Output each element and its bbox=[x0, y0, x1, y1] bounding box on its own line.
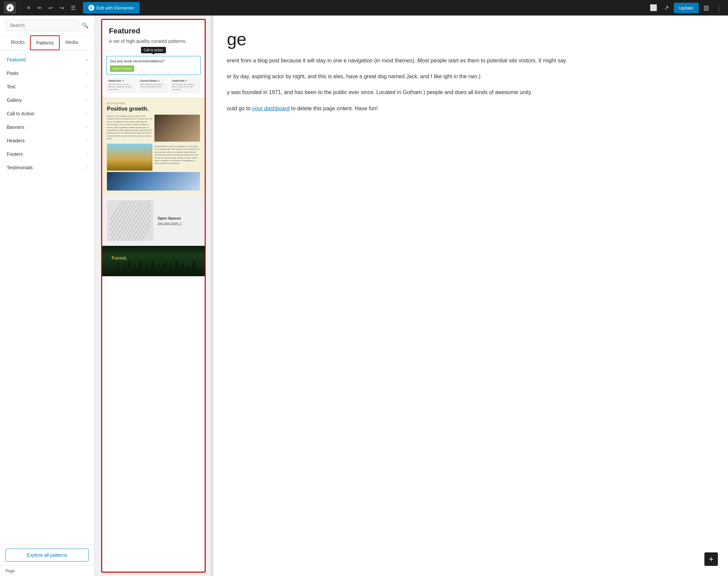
forest-text: Forest. bbox=[112, 255, 195, 261]
sidebar-item-featured[interactable]: Featured › bbox=[0, 53, 94, 66]
sidebar-item-banners[interactable]: Banners › bbox=[0, 120, 94, 134]
toolbar-separator bbox=[20, 4, 21, 12]
content-para4: ould go to your dashboard to delete this… bbox=[227, 104, 715, 113]
pattern-growth: ECOSYSTEM Positive growth. Nature, in th… bbox=[102, 97, 205, 195]
sidebar-item-gallery[interactable]: Gallery › bbox=[0, 93, 94, 107]
chevron-right-icon: › bbox=[86, 57, 87, 62]
pattern-item-growth[interactable]: ECOSYSTEM Positive growth. Nature, in th… bbox=[102, 97, 205, 196]
edit-elementor-button[interactable]: E Edit with Elementor bbox=[83, 2, 140, 13]
explore-all-patterns-button[interactable]: Explore all patterns bbox=[5, 549, 89, 561]
more-icon: ⋮ bbox=[716, 4, 722, 11]
tab-patterns[interactable]: Patterns bbox=[30, 35, 60, 50]
sidebar-item-call-to-action[interactable]: Call to Action › bbox=[0, 107, 94, 120]
explore-btn-container: Explore all patterns bbox=[0, 544, 94, 566]
content-para4-suffix: to delete this page ontent. Have fun! bbox=[290, 106, 378, 111]
page-title: ge bbox=[227, 29, 715, 49]
sidebar-icon: ▥ bbox=[703, 4, 709, 11]
list-icon: ☰ bbox=[71, 5, 76, 11]
chevron-right-icon: › bbox=[86, 111, 87, 116]
sidebar-item-label: Headers bbox=[7, 138, 25, 143]
openspaces-visual bbox=[107, 200, 153, 241]
pen-icon: ✏ bbox=[37, 5, 42, 11]
col-card-3: Useful Info ↗ Get to know our opening ti… bbox=[170, 78, 201, 93]
col2-text: Stay updated and see our current exhibit… bbox=[140, 83, 167, 89]
patterns-panel-title: Featured bbox=[109, 27, 198, 35]
external-link-icon: ↗ bbox=[664, 4, 669, 11]
pattern-forest: Forest. bbox=[102, 246, 205, 276]
drag-handle[interactable] bbox=[211, 16, 213, 576]
content-para1: erent from a blog post because it will s… bbox=[227, 56, 715, 65]
content-area: Featured A set of high quality curated p… bbox=[94, 16, 728, 576]
close-button[interactable]: ✕ bbox=[25, 3, 33, 12]
add-block-button[interactable]: + bbox=[704, 552, 718, 566]
sidebar-item-footers[interactable]: Footers › bbox=[0, 147, 94, 161]
cta-get-in-touch-button[interactable]: Get in Touch bbox=[110, 65, 134, 72]
tab-media[interactable]: Media bbox=[60, 35, 83, 50]
search-input[interactable] bbox=[5, 20, 79, 31]
chevron-right-icon: › bbox=[86, 138, 87, 143]
sidebar-item-label: Text bbox=[7, 84, 16, 89]
three-cols: Virtual Tour ↗ Get a virtual tour of the… bbox=[106, 78, 201, 93]
external-link-button[interactable]: ↗ bbox=[662, 2, 671, 13]
desktop-view-button[interactable]: ⬜ bbox=[648, 2, 659, 13]
cta-question: Got any book recommendations? bbox=[110, 59, 197, 63]
close-icon: ✕ bbox=[27, 5, 31, 10]
sidebar-item-posts[interactable]: Posts › bbox=[0, 66, 94, 80]
chevron-right-icon: › bbox=[86, 98, 87, 103]
edit-pen-button[interactable]: ✏ bbox=[35, 3, 44, 13]
growth-label: ECOSYSTEM bbox=[107, 102, 200, 105]
sidebar-item-label: Call to Action bbox=[7, 111, 34, 116]
sidebar-item-label: Featured bbox=[7, 57, 26, 62]
growth-image-windmill bbox=[107, 144, 152, 171]
col3-title: Useful Info ↗ bbox=[172, 80, 199, 82]
sidebar-toggle-button[interactable]: ▥ bbox=[701, 2, 711, 13]
undo-button[interactable]: ↩ bbox=[47, 3, 55, 13]
content-para4-prefix: ould go to bbox=[227, 106, 252, 111]
sidebar-item-label: Footers bbox=[7, 151, 23, 157]
cta-box: Call to action Got any book recommendati… bbox=[106, 56, 201, 75]
content-para3: y was founded in 1971, and has been to t… bbox=[227, 88, 715, 97]
content-para2: er by day, aspiring actor by night, and … bbox=[227, 72, 715, 81]
chevron-right-icon: › bbox=[86, 84, 87, 89]
openspaces-lines-svg bbox=[110, 200, 150, 241]
sidebar: 🔍 Blocks Patterns Media Featured › Posts… bbox=[0, 16, 94, 576]
pattern-item-openspaces[interactable]: Open Spaces See case study ↗ bbox=[102, 196, 205, 246]
chevron-right-icon: › bbox=[86, 71, 87, 76]
dashboard-link[interactable]: your dashboard bbox=[252, 106, 290, 111]
openspaces-title: Open Spaces bbox=[157, 216, 200, 220]
sidebar-item-label: Posts bbox=[7, 70, 19, 76]
growth-body: Nature, in the broadest sense, refers to… bbox=[107, 115, 152, 140]
col-card-1: Virtual Tour ↗ Get a virtual tour of the… bbox=[106, 78, 137, 93]
search-icon: 🔍 bbox=[82, 23, 89, 28]
elementor-icon: E bbox=[88, 5, 94, 11]
forest-overlay: Forest. bbox=[107, 251, 200, 265]
growth-text-right: Undoubtedly we have no questions to ask … bbox=[154, 145, 200, 165]
tab-blocks[interactable]: Blocks bbox=[5, 35, 30, 50]
pattern-item-cta[interactable]: Call to action Got any book recommendati… bbox=[102, 52, 205, 97]
main-layout: 🔍 Blocks Patterns Media Featured › Posts… bbox=[0, 16, 728, 576]
chevron-right-icon: › bbox=[86, 152, 87, 156]
sidebar-item-text[interactable]: Text › bbox=[0, 80, 94, 93]
list-view-button[interactable]: ☰ bbox=[69, 3, 78, 13]
pattern-item-forest[interactable]: Forest. bbox=[102, 246, 205, 277]
pattern-preview-cta: Call to action Got any book recommendati… bbox=[102, 52, 205, 97]
sidebar-item-testimonials[interactable]: Testimonials › bbox=[0, 161, 94, 174]
toolbar-right: ⬜ ↗ Update ▥ ⋮ bbox=[648, 2, 724, 13]
sidebar-list: Featured › Posts › Text › Gallery › Call… bbox=[0, 50, 94, 544]
redo-button[interactable]: ↪ bbox=[58, 3, 66, 13]
update-button[interactable]: Update bbox=[674, 3, 699, 13]
undo-icon: ↩ bbox=[49, 5, 53, 11]
chevron-right-icon: › bbox=[86, 165, 87, 170]
search-button[interactable]: 🔍 bbox=[82, 22, 89, 29]
wp-logo[interactable] bbox=[4, 2, 16, 14]
openspaces-link[interactable]: See case study ↗ bbox=[157, 222, 200, 225]
sidebar-item-headers[interactable]: Headers › bbox=[0, 134, 94, 147]
col-card-2: Current Shows ↗ Stay updated and see our… bbox=[138, 78, 169, 93]
desktop-icon: ⬜ bbox=[650, 4, 657, 11]
col2-title: Current Shows ↗ bbox=[140, 80, 167, 82]
chevron-right-icon: › bbox=[86, 125, 87, 129]
growth-image-forest bbox=[154, 115, 200, 142]
page-label: Page bbox=[0, 566, 94, 576]
growth-title: Positive growth. bbox=[107, 106, 200, 112]
more-options-button[interactable]: ⋮ bbox=[714, 2, 724, 13]
